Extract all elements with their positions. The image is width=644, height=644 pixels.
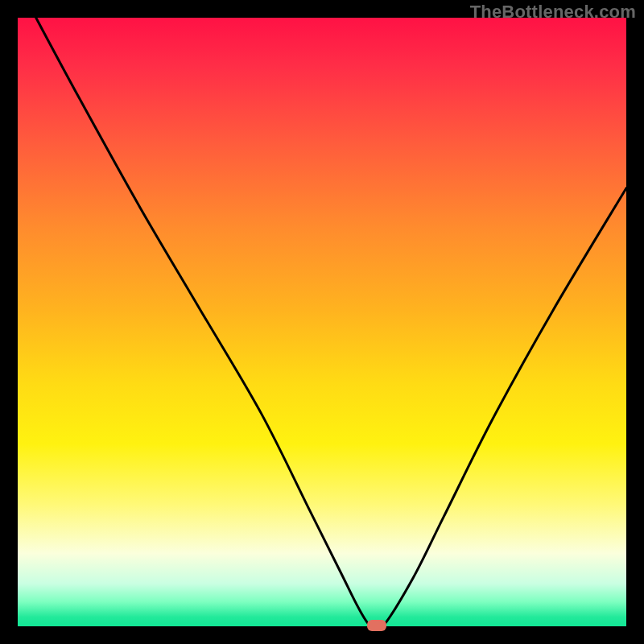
plot-area bbox=[18, 18, 626, 626]
optimal-marker bbox=[367, 620, 386, 631]
bottleneck-curve bbox=[36, 18, 626, 630]
chart-frame: TheBottleneck.com bbox=[0, 0, 644, 644]
watermark-text: TheBottleneck.com bbox=[470, 2, 636, 23]
curve-layer bbox=[18, 18, 626, 626]
